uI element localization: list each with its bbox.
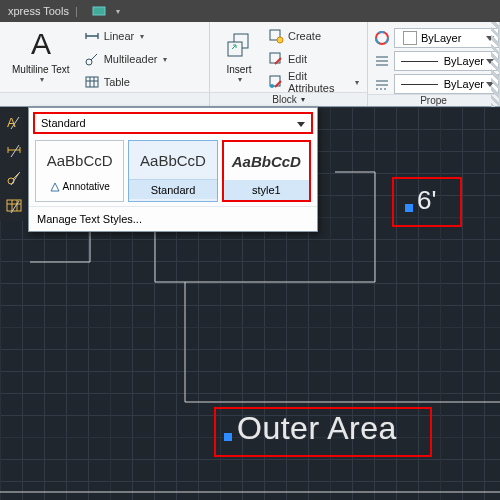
- current-style: Standard: [41, 117, 86, 129]
- properties-panel-label: Prope: [420, 95, 447, 106]
- panel-block-footer[interactable]: Block▾: [210, 92, 367, 106]
- line-preview: [401, 84, 438, 85]
- insert-label: Insert: [226, 64, 251, 75]
- leader-style-button[interactable]: [3, 167, 25, 189]
- panel-annotation-footer: [0, 92, 209, 106]
- grip-icon[interactable]: [224, 433, 232, 441]
- chevron-down-icon: ▾: [238, 75, 242, 84]
- text-tool-strip: A: [0, 107, 28, 221]
- create-block-button[interactable]: Create: [266, 26, 361, 46]
- style-style1[interactable]: AaBbCcD style1: [222, 140, 311, 202]
- linear-icon: [84, 28, 100, 44]
- edit-attributes-label: Edit Attributes: [288, 70, 349, 94]
- svg-rect-0: [93, 7, 105, 15]
- insert-block-button[interactable]: Insert ▾: [216, 26, 262, 86]
- linetype-value: ByLayer: [444, 78, 484, 90]
- text-outer-area[interactable]: Outer Area: [224, 410, 397, 447]
- line-preview: [401, 61, 438, 62]
- style-caption: style1: [224, 180, 309, 200]
- layout-icon[interactable]: [92, 6, 106, 16]
- style-preview: AaBbCcD: [36, 141, 123, 179]
- text-style-combo[interactable]: Standard: [33, 112, 313, 134]
- divider: |: [75, 5, 78, 17]
- linear-label: Linear: [104, 30, 135, 42]
- table-label: Table: [104, 76, 130, 88]
- color-combo[interactable]: ByLayer: [374, 28, 499, 48]
- manage-text-styles[interactable]: Manage Text Styles...: [29, 206, 317, 231]
- linetype-combo[interactable]: ByLayer: [374, 74, 499, 94]
- panel-annotation: A Multiline Text ▾ Linear ▾ Multileader …: [0, 22, 210, 106]
- panel-resize-handle[interactable]: [491, 22, 499, 107]
- svg-rect-5: [228, 42, 242, 56]
- lineweight-value: ByLayer: [444, 55, 484, 67]
- dimension-text[interactable]: 6': [405, 185, 436, 216]
- chevron-down-icon: ▾: [163, 55, 167, 64]
- panel-properties: ByLayer ByLayer ByLayer Prope: [368, 22, 500, 106]
- chevron-down-icon: ▾: [355, 78, 359, 87]
- table-style-button[interactable]: [3, 195, 25, 217]
- table-icon: [84, 74, 100, 90]
- create-icon: [268, 28, 284, 44]
- style-preview: AaBbCcD: [129, 141, 216, 179]
- text-style-button[interactable]: A: [3, 111, 25, 133]
- style-standard[interactable]: AaBbCcD Standard: [128, 140, 217, 202]
- annotative-icon: [50, 182, 60, 192]
- edit-icon: [268, 51, 284, 67]
- edit-attributes-icon: [268, 74, 284, 90]
- text-style-dropdown: Standard AaBbCcD Annotative AaBbCcD Stan…: [28, 107, 318, 232]
- linear-dimension-button[interactable]: Linear ▾: [82, 26, 170, 46]
- style-swatch-row: AaBbCcD Annotative AaBbCcD Standard AaBb…: [29, 136, 317, 206]
- lineweight-icon: [374, 53, 390, 69]
- svg-point-7: [277, 37, 283, 43]
- multiline-text-label: Multiline Text: [12, 64, 70, 75]
- edit-attributes-button[interactable]: Edit Attributes ▾: [266, 72, 361, 92]
- dropdown-icon[interactable]: ▾: [114, 7, 120, 16]
- title-bar: xpress Tools | ▾: [0, 0, 500, 22]
- ribbon: A Multiline Text ▾ Linear ▾ Multileader …: [0, 22, 500, 107]
- letter-a-icon: A: [24, 28, 58, 62]
- lineweight-combo[interactable]: ByLayer: [374, 51, 499, 71]
- svg-rect-3: [86, 77, 98, 87]
- style-caption: Annotative: [63, 181, 110, 192]
- chevron-down-icon: ▾: [140, 32, 144, 41]
- grip-icon[interactable]: [405, 204, 413, 212]
- chevron-down-icon: ▾: [40, 75, 44, 84]
- annotative-caption: Annotative: [46, 179, 114, 194]
- color-swatch: [403, 31, 417, 45]
- block-panel-label: Block: [272, 94, 296, 105]
- dimension-value: 6': [417, 185, 436, 216]
- panel-block: Insert ▾ Create Edit Edit Attributes ▾: [210, 22, 368, 106]
- multileader-button[interactable]: Multileader ▾: [82, 49, 170, 69]
- style-annotative[interactable]: AaBbCcD Annotative: [35, 140, 124, 202]
- multileader-icon: [84, 51, 100, 67]
- edit-label: Edit: [288, 53, 307, 65]
- color-value: ByLayer: [421, 32, 461, 44]
- insert-icon: [222, 28, 256, 62]
- create-label: Create: [288, 30, 321, 42]
- paint-icon: [374, 30, 390, 46]
- outer-area-value: Outer Area: [237, 410, 397, 447]
- multiline-text-button[interactable]: A Multiline Text ▾: [6, 26, 76, 86]
- svg-point-10: [270, 84, 274, 88]
- edit-block-button[interactable]: Edit: [266, 49, 361, 69]
- tab-express-tools[interactable]: xpress Tools: [8, 5, 69, 17]
- multileader-label: Multileader: [104, 53, 158, 65]
- svg-text:A: A: [31, 28, 51, 60]
- linetype-icon: [374, 76, 390, 92]
- table-button[interactable]: Table: [82, 72, 170, 92]
- panel-properties-footer[interactable]: Prope: [368, 94, 499, 106]
- style-preview: AaBbCcD: [224, 142, 309, 180]
- style-caption: Standard: [129, 179, 216, 199]
- dim-style-button[interactable]: [3, 139, 25, 161]
